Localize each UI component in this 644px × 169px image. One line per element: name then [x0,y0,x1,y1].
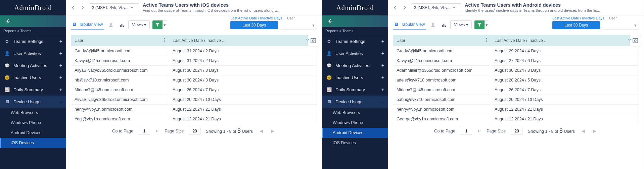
page-title: Active Teams Users with iOS devices [143,2,280,8]
filter-button[interactable] [474,20,485,29]
table-row[interactable]: AliyaSilva@o365droid.onmicrosoft.com Aug… [71,66,317,75]
table-row[interactable]: Kaviya@ll45.onmicrosoft.com August 27 20… [393,56,639,66]
sidebar-item-teams settings[interactable]: ⚙ Teams Settings + [0,35,66,47]
sidebar-item-user activities[interactable]: 👤 User Activities + [322,47,388,59]
pagesize-input[interactable] [511,128,522,134]
page-prev[interactable]: ◀ [258,128,264,133]
user-filter-dropdown[interactable]: ▾ [602,21,639,30]
export-button[interactable] [429,21,437,29]
table-row[interactable]: MiriamG@ll45.onmicrosoft.com August 26 2… [393,85,639,95]
sidebar-sub-android devices[interactable]: Android Devices [0,128,66,138]
enter-icon[interactable]: ↵ [477,128,481,133]
sidebar-sub-ios devices[interactable]: iOS Devices [322,138,388,148]
filter-button[interactable] [152,20,163,29]
export-button[interactable] [107,21,115,29]
filter-dropdown[interactable]: ▾ [163,20,167,29]
views-dropdown[interactable]: Views ▾ [128,20,150,29]
page-input[interactable] [461,128,472,134]
date-filter-label[interactable]: Last Active Date / Inactive Days [230,16,282,20]
page-prev[interactable]: ◀ [580,128,586,133]
tenant-selector[interactable]: 3 (MSFT, Svk, Vby... [411,3,461,12]
back-bar[interactable] [0,15,66,27]
next-report-button[interactable] [402,5,408,11]
table-row[interactable]: George@vby1n.onmicrosoft.com August 12 2… [393,114,639,124]
prev-report-button[interactable] [392,5,398,11]
breadcrumb[interactable]: Reports > Teams [322,27,388,35]
sidebar: AdminDroid Reports > Teams ⚙ Teams Setti… [0,0,66,169]
sidebar-sub-windows phone[interactable]: Windows Phone [322,118,388,128]
prev-report-button[interactable] [70,5,76,11]
chart-button[interactable] [440,21,448,29]
col-user[interactable]: User [393,35,491,46]
sidebar-item-meeting activities[interactable]: 💬 Meeting Activities + [322,59,388,71]
sleep-icon: 😴 [326,74,332,80]
sort-icon[interactable] [306,38,309,44]
date-range-pill[interactable]: Last 30 Days [230,21,278,29]
table-row[interactable]: adele@svk710.onmicrosoft.com August 28 2… [393,75,639,85]
tenant-selector[interactable]: 3 (MSFT, Svk, Vby... [89,3,139,12]
user-filter-dropdown[interactable]: ▾ [280,21,317,30]
back-bar[interactable] [322,15,388,27]
table-row[interactable]: GradyA@ll45.onmicrosoft.com August 31 20… [71,46,317,56]
views-dropdown[interactable]: Views ▾ [450,20,472,29]
table-row[interactable]: henry@vby1n.onmicrosoft.com August 12 20… [71,105,317,114]
tab-tabular-view[interactable]: Tabular View [71,20,104,30]
sidebar-sub-ios devices[interactable]: iOS Devices [0,138,66,148]
svg-point-25 [634,38,635,39]
sidebar-item-device usage[interactable]: 🖥 Device Usage – [0,96,66,108]
date-filter-label[interactable]: Last Active Date / Inactive Days [552,16,604,20]
col-menu-icon[interactable] [633,38,636,44]
sidebar-sub-web browsers[interactable]: Web Browsers [0,108,66,118]
page-input[interactable] [139,128,150,134]
col-date[interactable]: Last Active Date / Inactive ... [169,35,317,46]
gear-icon: ⚙ [326,38,332,44]
sidebar-item-user activities[interactable]: 👤 User Activities + [0,47,66,59]
page-next[interactable]: ▶ [270,128,276,133]
gopage-label: Go to Page [434,129,455,133]
col-menu-icon[interactable] [311,38,314,44]
table-row[interactable]: MiriamG@ll45.onmicrosoft.com August 26 2… [71,85,317,95]
user-filter-label: User [287,16,295,20]
table-row[interactable]: henry@vby1n.onmicrosoft.com August 12 20… [393,105,639,114]
cell-user: Kaviya@ll45.onmicrosoft.com [71,56,169,65]
enter-icon[interactable]: ↵ [155,128,159,133]
cell-user: MiriamG@ll45.onmicrosoft.com [393,85,491,95]
sidebar-item-daily summary[interactable]: 📈 Daily Summary + [0,83,66,96]
filter-dropdown[interactable]: ▾ [485,20,489,29]
table-row[interactable]: Yogi@vby1n.onmicrosoft.com August 12 202… [71,114,317,124]
sidebar-item-daily summary[interactable]: 📈 Daily Summary + [322,83,388,96]
col-date[interactable]: Last Active Date / Inactive ... [491,35,639,46]
sort-icon[interactable] [628,38,631,44]
sidebar-sub-web browsers[interactable]: Web Browsers [322,108,388,118]
date-range-pill[interactable]: Last 30 Days [552,21,600,29]
next-report-button[interactable] [80,5,86,11]
sidebar-item-teams settings[interactable]: ⚙ Teams Settings + [322,35,388,47]
breadcrumb[interactable]: Reports > Teams [0,27,66,35]
chart-button[interactable] [118,21,126,29]
sidebar-sub-windows phone[interactable]: Windows Phone [0,118,66,128]
sidebar-item-device usage[interactable]: 🖥 Device Usage – [322,96,388,108]
sidebar-item-label: Inactive Users [13,75,41,80]
sidebar-item-label: User Activities [335,51,363,56]
sidebar-item-inactive users[interactable]: 😴 Inactive Users + [0,71,66,83]
col-menu-icon[interactable] [163,38,166,44]
table-row[interactable]: AdamMiller@o365droid.onmicrosoft.com Aug… [393,66,639,75]
table-header: User Last Active Date / Inactive ... [393,35,639,46]
table-row[interactable]: Kaviya@ll45.onmicrosoft.com August 31 20… [71,56,317,66]
expand-icon: + [59,87,62,92]
tab-tabular-view[interactable]: Tabular View [393,20,426,30]
sidebar-item-inactive users[interactable]: 😴 Inactive Users + [322,71,388,83]
table-row[interactable]: GradyA@ll45.onmicrosoft.com August 29 20… [393,46,639,56]
page-next[interactable]: ▶ [592,128,598,133]
toolbar: Tabular View Views ▾ ▾ Last Activ [66,15,322,32]
table-body: GradyA@ll45.onmicrosoft.com August 31 20… [71,46,317,124]
col-user[interactable]: User [71,35,169,46]
sidebar-sub-android devices[interactable]: Android Devices [322,128,388,138]
pagesize-input[interactable] [189,128,200,134]
table-row[interactable]: nb@svk710.onmicrosoft.com August 30 2024… [71,75,317,85]
col-menu-icon[interactable] [485,38,488,44]
sidebar-item-meeting activities[interactable]: 💬 Meeting Activities + [0,59,66,71]
table-row[interactable]: babu@svk710.onmicrosoft.com August 20 20… [393,95,639,105]
table-row[interactable]: AliyaSilva@o365droid.onmicrosoft.com Aug… [71,95,317,105]
document-icon [72,22,77,27]
